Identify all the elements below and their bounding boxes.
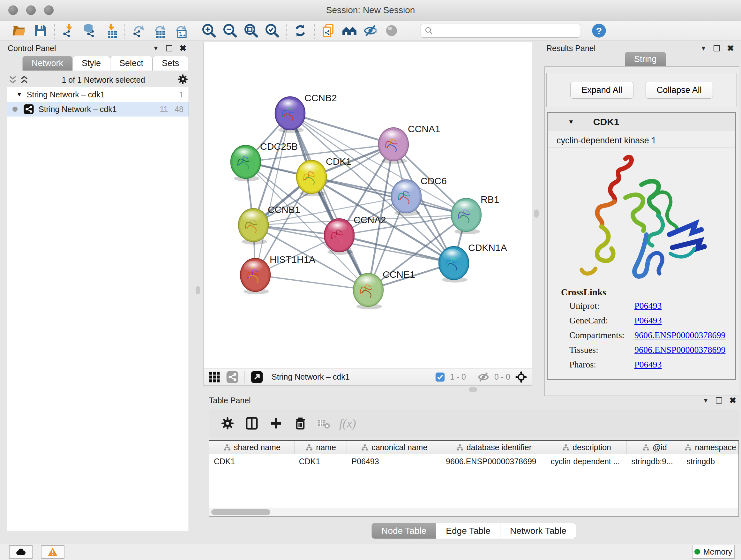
results-panel-close-icon[interactable]: ✖ bbox=[727, 44, 734, 53]
network-node-HIST1H1A[interactable]: HIST1H1A bbox=[240, 254, 315, 294]
network-node-CCNB2[interactable]: CCNB2 bbox=[275, 92, 337, 133]
column-header-namespace[interactable]: namespace bbox=[682, 441, 738, 454]
import-table-button[interactable] bbox=[100, 22, 121, 39]
memory-button[interactable]: Memory bbox=[692, 545, 735, 559]
network-node-CDKN1A[interactable]: CDKN1A bbox=[439, 242, 507, 283]
network-collection-row[interactable]: ▼ String Network – cdk1 1 bbox=[7, 87, 189, 102]
table-cell[interactable]: CDK1 bbox=[294, 454, 347, 469]
open-session-button[interactable] bbox=[9, 22, 30, 39]
tab-edge-table[interactable]: Edge Table bbox=[436, 523, 500, 539]
tab-node-table[interactable]: Node Table bbox=[372, 523, 436, 539]
column-header-database-identifier[interactable]: database identifier bbox=[441, 441, 546, 454]
results-panel-menu-icon[interactable]: ▼ bbox=[700, 45, 706, 52]
collection-disclosure-icon[interactable]: ▼ bbox=[16, 91, 22, 98]
expand-all-button[interactable]: Expand All bbox=[570, 82, 633, 99]
network-edge-HIST1H1A-CCNE1[interactable] bbox=[255, 275, 368, 290]
crosslink-link[interactable]: 9606.ENSP00000378699 bbox=[634, 345, 725, 355]
hide-graphics-details-button[interactable] bbox=[360, 22, 381, 39]
show-columns-icon[interactable] bbox=[244, 416, 259, 431]
tab-sets[interactable]: Sets bbox=[152, 56, 188, 71]
zoom-selected-button[interactable] bbox=[262, 22, 283, 39]
export-network-button[interactable] bbox=[128, 22, 149, 39]
tab-network-table[interactable]: Network Table bbox=[500, 523, 576, 539]
search-input[interactable] bbox=[434, 24, 577, 37]
network-share-icon[interactable] bbox=[226, 371, 239, 383]
network-node-CDC25B[interactable]: CDC25B bbox=[231, 141, 298, 181]
crosslink-link[interactable]: P06493 bbox=[634, 360, 662, 370]
cybrowser-home-button[interactable] bbox=[339, 22, 360, 39]
table-cell[interactable]: P06493 bbox=[347, 454, 441, 469]
export-image-button[interactable] bbox=[171, 22, 192, 39]
collection-label: String Network – cdk1 bbox=[27, 90, 105, 99]
column-header-canonical-name[interactable]: canonical name bbox=[347, 441, 441, 454]
tab-string[interactable]: String bbox=[625, 54, 666, 64]
crosslink-link[interactable]: 9606.ENSP00000378699 bbox=[634, 330, 725, 340]
table-cell[interactable]: cyclin-dependent ... bbox=[546, 454, 627, 469]
network-node-CCNE1[interactable]: CCNE1 bbox=[353, 269, 415, 309]
selected-checkbox-icon[interactable] bbox=[434, 372, 446, 382]
network-node-CDC6[interactable]: CDC6 bbox=[391, 176, 447, 216]
table-cell[interactable]: stringdb bbox=[682, 454, 738, 469]
entry-disclosure-icon[interactable]: ▼ bbox=[568, 118, 574, 125]
table-hscrollbar-thumb[interactable] bbox=[211, 509, 270, 515]
crosslink-link[interactable]: P06493 bbox=[634, 301, 662, 311]
zoom-out-button[interactable] bbox=[219, 22, 241, 39]
network-canvas[interactable]: CCNB2CCNA1CDC25BCDK1CDC6RB1CCNB1CCNA2CDK… bbox=[203, 42, 532, 368]
table-options-gear-icon[interactable] bbox=[220, 416, 235, 431]
show-graphics-details-button[interactable] bbox=[381, 22, 402, 39]
network-row[interactable]: String Network – cdk1 11 48 bbox=[7, 102, 189, 117]
expand-all-icon[interactable] bbox=[18, 74, 30, 85]
column-header-shared-name[interactable]: shared name bbox=[209, 441, 294, 454]
network-edge-CCNB2-HIST1H1A[interactable] bbox=[255, 113, 290, 275]
crosslink-link[interactable]: P06493 bbox=[634, 315, 662, 326]
birdseye-navigator-icon[interactable] bbox=[515, 371, 528, 383]
delete-column-icon[interactable] bbox=[293, 416, 308, 431]
export-network-icon bbox=[131, 23, 146, 38]
table-cell[interactable]: stringdb:9... bbox=[627, 454, 682, 469]
table-cell[interactable]: 9606.ENSP00000378699 bbox=[441, 454, 546, 469]
import-network-button[interactable] bbox=[58, 22, 79, 39]
cloud-button[interactable] bbox=[9, 545, 32, 559]
apply-layout-button[interactable] bbox=[290, 22, 311, 39]
zoom-fit-button[interactable] bbox=[241, 22, 262, 39]
hidden-eye-icon[interactable] bbox=[477, 371, 490, 383]
warnings-button[interactable] bbox=[41, 545, 64, 559]
export-table-button[interactable] bbox=[149, 22, 171, 39]
crosslink-row: Tissues:9606.ENSP00000378699 bbox=[561, 345, 735, 355]
column-header-name[interactable]: name bbox=[294, 441, 347, 454]
column-header--id[interactable]: @id bbox=[627, 441, 682, 454]
network-node-CCNA1[interactable]: CCNA1 bbox=[379, 124, 441, 164]
control-panel-menu-icon[interactable]: ▼ bbox=[152, 45, 159, 52]
table-panel-float-icon[interactable] bbox=[716, 397, 722, 403]
table-panel-menu-icon[interactable]: ▼ bbox=[702, 397, 709, 404]
gear-icon bbox=[177, 73, 189, 85]
help-button[interactable]: ? bbox=[589, 22, 610, 39]
table-panel-close-icon[interactable]: ✖ bbox=[729, 395, 736, 406]
right-splitter-handle[interactable] bbox=[534, 209, 539, 218]
create-column-icon[interactable] bbox=[268, 416, 284, 431]
column-header-description[interactable]: description bbox=[546, 441, 627, 454]
tab-network[interactable]: Network bbox=[22, 56, 72, 71]
left-splitter-handle[interactable] bbox=[196, 286, 200, 294]
zoom-in-button[interactable] bbox=[199, 22, 219, 39]
network-options-button[interactable] bbox=[177, 73, 189, 86]
selected-counts: 1 - 0 bbox=[450, 372, 466, 381]
control-panel-close-icon[interactable]: ✖ bbox=[179, 44, 186, 53]
results-entry-header[interactable]: ▼ CDK1 bbox=[548, 113, 735, 131]
collapse-all-icon[interactable] bbox=[7, 74, 18, 85]
detach-view-icon[interactable] bbox=[251, 371, 263, 383]
network-edge-CCNB2-CCNA1[interactable] bbox=[290, 113, 394, 144]
control-panel-float-icon[interactable] bbox=[166, 45, 172, 51]
horizontal-splitter-handle[interactable] bbox=[469, 387, 477, 392]
collapse-all-button[interactable]: Collapse All bbox=[646, 82, 713, 99]
results-panel-float-icon[interactable] bbox=[714, 45, 720, 51]
network-node-RB1[interactable]: RB1 bbox=[451, 194, 499, 234]
tab-style[interactable]: Style bbox=[72, 56, 110, 71]
tab-select[interactable]: Select bbox=[110, 56, 152, 71]
import-network-database-button[interactable] bbox=[79, 22, 100, 39]
table-cell[interactable]: CDK1 bbox=[209, 454, 294, 469]
grid-view-icon[interactable] bbox=[208, 371, 221, 383]
annotations-button[interactable] bbox=[318, 22, 339, 39]
save-session-button[interactable] bbox=[30, 22, 51, 39]
crosslink-row: Uniprot:P06493 bbox=[561, 301, 735, 311]
